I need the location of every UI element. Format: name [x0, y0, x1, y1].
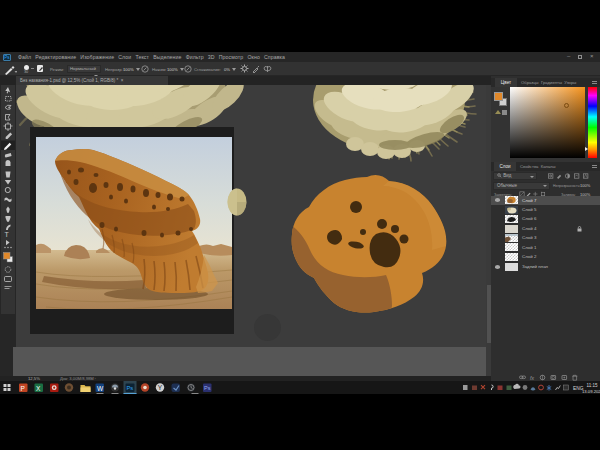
svg-text:P: P — [21, 385, 25, 392]
svg-text:Ps: Ps — [204, 385, 211, 391]
svg-text:W: W — [97, 385, 104, 392]
svg-text:Y: Y — [158, 384, 163, 391]
svg-text:T: T — [4, 231, 9, 238]
svg-text:X: X — [36, 385, 41, 392]
svg-text:Ps: Ps — [127, 385, 134, 391]
svg-text:11:15: 11:15 — [587, 383, 598, 388]
svg-text:fx: fx — [530, 374, 534, 380]
svg-text:13.09.2020: 13.09.2020 — [582, 389, 600, 394]
